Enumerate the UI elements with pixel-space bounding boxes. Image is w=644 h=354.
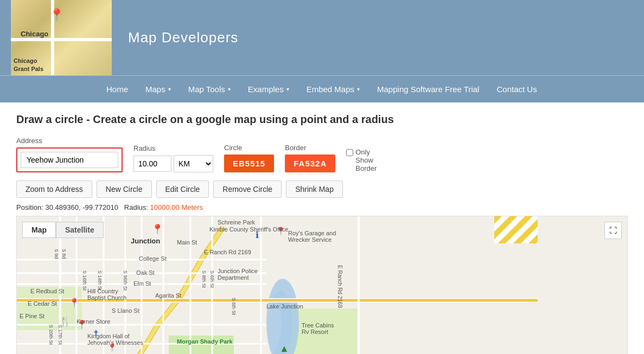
radius-label: Radius [133,144,213,152]
logo[interactable]: 📍 Chicago ChicagoGrant Pals [11,0,112,75]
header: 📍 Chicago ChicagoGrant Pals Map Develope… [0,0,644,75]
map-label-s20th: S 20th St [48,325,54,345]
map-label-lakejunction: Lake Junction [266,303,303,310]
logo-text: ChicagoGrant Pals [14,57,43,73]
svg-text:📍: 📍 [151,223,164,235]
map-label-morgan-shady: Morgan Shady Park [177,338,233,345]
nav-mapping-software[interactable]: Mapping Software Free Trial [368,76,488,102]
map-label-junction: Junction [131,237,160,245]
nav-map-tools[interactable]: Map Tools ▾ [180,76,239,102]
fullscreen-icon: ⛶ [609,226,617,235]
radius-label: Radius: [124,203,148,211]
map-label-s14: S 14th St [97,271,103,291]
map-label-hill-country: Hill CountryBaptist Church [87,288,126,301]
address-label: Address [16,137,123,145]
circle-label: Circle [224,144,274,152]
map-label-s96th: S 96th St [123,271,128,291]
remove-circle-button[interactable]: Remove Circle [213,181,282,198]
radius-input[interactable] [133,156,171,172]
radius-value: 10000.00 Meters [150,203,203,211]
address-box [16,147,123,172]
action-row: Zoom to Address New Circle Edit Circle R… [16,181,628,198]
map-label-elmst: Elm St [133,280,151,287]
chevron-down-icon: ▾ [286,86,289,92]
svg-text:▲: ▲ [279,343,289,354]
position-info: Position: 30.489360, -99.772010 Radius: … [16,203,628,211]
map-label-roys: Roy's Garage andWrecker Service [288,230,336,243]
fullscreen-button[interactable]: ⛶ [604,222,622,239]
map-label-s9: S 9d [54,249,59,259]
map-tabs: Map Satellite [22,222,104,238]
nav-embed-maps[interactable]: Embed Maps ▾ [298,76,368,102]
only-show-border-label: OnlyShowBorder [355,148,377,172]
only-show-border-checkbox[interactable] [346,149,353,156]
radius-unit-select[interactable]: KM Miles Meters [174,155,213,172]
map-label-kingdom-hall: Kingdom Hall ofJehovah's Witnesses [87,333,143,346]
new-circle-button[interactable]: New Circle [97,181,152,198]
nav-contact-us[interactable]: Contact Us [488,76,545,102]
map-label-sllano: S Llano St [112,307,139,314]
page-title: Draw a circle - Create a circle on a goo… [16,113,628,126]
map-label-cedar: E Cedar St [28,300,57,307]
tab-map[interactable]: Map [22,222,56,238]
form-row: Address Radius KM Miles Meters Circle EB… [16,137,628,172]
map-label-pinest: E Pine St [20,313,44,319]
border-color-button[interactable]: FA532A [285,155,335,172]
map-label-tree-cabins: Tree CabinsRv Resort [302,322,334,335]
map-label-oakst: Oak St [136,269,155,276]
nav-maps[interactable]: Maps ▾ [137,76,180,102]
map-label-junctionpolice: Junction PoliceDepartment [218,268,258,281]
radius-group: Radius KM Miles Meters [133,144,213,172]
map-label-s6th2: S 6th St [231,298,237,315]
position-lat: 30.489360 [46,203,79,211]
map-label-s8: S 8d [61,249,67,259]
position-lng: -99.772010 [82,203,118,211]
map-label-schreine: Schreine Park [218,219,255,226]
main-content: Draw a circle - Create a circle on a goo… [0,102,644,354]
circle-color-group: Circle EB5515 [224,144,274,172]
address-input[interactable] [21,152,118,168]
address-group: Address [16,137,123,172]
map-label-s17th: S 17th St [58,325,63,345]
radius-input-group: KM Miles Meters [133,155,213,172]
map-label-collegeSt: College St [139,255,167,262]
position-label: Position: [16,203,43,211]
nav-home[interactable]: Home [98,76,137,102]
svg-text:📍: 📍 [69,298,80,308]
logo-city-label: Chicago [21,30,48,38]
site-brand: Map Developers [128,29,238,46]
chevron-down-icon: ▾ [168,86,171,92]
nav-examples[interactable]: Examples ▾ [239,76,298,102]
map-label-ranch2169: E Ranch Rd 2169 [204,249,251,255]
tab-satellite[interactable]: Satellite [56,222,104,238]
map-label-agarita: Agarita St [155,292,181,299]
map-label-s16: S 16th St [82,271,87,291]
chevron-down-icon: ▾ [357,86,360,92]
only-show-border-group: OnlyShowBorder [346,148,377,172]
map-label-redbud: E Redbud St [30,288,64,294]
chevron-down-icon: ▾ [228,86,231,92]
circle-color-button[interactable]: EB5515 [224,155,274,172]
svg-rect-23 [494,216,538,243]
edit-circle-button[interactable]: Edit Circle [156,181,209,198]
map-label-sheriffs: Kimble County Sheriff's Office [209,226,288,233]
map-label-korner: Korner Store [76,318,110,325]
map-label-s8th: S 8th St [201,271,207,288]
border-label: Border [285,144,335,152]
navbar: Home Maps ▾ Map Tools ▾ Examples ▾ Embed… [0,75,644,102]
shrink-map-button[interactable]: Shrink Map [286,181,343,198]
map-label-e-ranch-rd: E Ranch Rd 2169 [337,265,343,308]
map-background: 481 📍 ℹ 📍 ✝ 📍 📍 🍴 📍 ▲ Schreine Park Kimb… [17,216,627,354]
map-label-mainst: Main St [177,239,197,246]
logo-pin-icon: 📍 [49,8,64,22]
map-container[interactable]: 481 📍 ℹ 📍 ✝ 📍 📍 🍴 📍 ▲ Schreine Park Kimb… [16,216,628,354]
map-label-s6th: S 6th St [209,271,215,288]
zoom-to-address-button[interactable]: Zoom to Address [16,181,92,198]
border-color-group: Border FA532A [285,144,335,172]
